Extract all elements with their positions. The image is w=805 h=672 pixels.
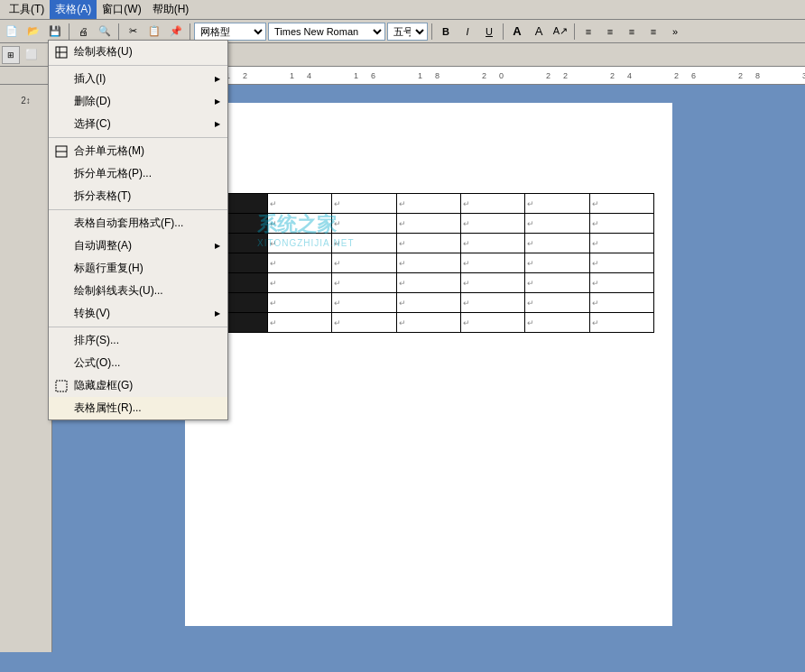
align-left-btn[interactable]: ≡ — [578, 22, 598, 41]
align-right-btn[interactable]: ≡ — [622, 22, 642, 41]
table-cell: ↵ — [525, 293, 589, 313]
formula-btn[interactable]: Σ — [115, 45, 134, 65]
ruler: 8 10 12 14 16 18 20 22 24 26 28 30 32 34… — [0, 67, 805, 85]
table-cell — [204, 214, 268, 234]
table-cell: ↵ — [589, 194, 653, 214]
table-cell: ↵ — [525, 234, 589, 253]
table-cell: ↵ — [589, 253, 653, 273]
font-color-btn[interactable]: A — [507, 22, 527, 41]
table-cell: ↵ — [267, 273, 331, 293]
table-cell — [204, 273, 268, 293]
table-cell — [204, 313, 268, 333]
table-cell: ↵ — [525, 214, 589, 234]
table-row: ↵ ↵ ↵ ↵ ↵ ↵ — [204, 253, 654, 273]
table-cell: ↵ — [460, 273, 524, 293]
table-cell: ↵ — [267, 234, 331, 253]
table-draw-btn[interactable]: ⊞ — [2, 46, 20, 64]
table-cell: ↵ — [525, 313, 589, 333]
sep6 — [574, 23, 575, 40]
table-cell: ↵ — [396, 194, 460, 214]
document-table: ↵ ↵ ↵ ↵ ↵ ↵ ↵ ↵ ↵ ↵ ↵ ↵ — [203, 193, 654, 333]
table-row: ↵ ↵ ↵ ↵ ↵ ↵ — [204, 234, 654, 253]
italic-btn[interactable]: I — [458, 22, 477, 41]
table-cell: ↵ — [396, 313, 460, 333]
table-cell: ↵ — [332, 313, 396, 333]
table-cell: ↵ — [460, 234, 524, 253]
table-cell: ↵ — [332, 253, 396, 273]
table-cell: ↵ — [396, 253, 460, 273]
table-cell: ↵ — [332, 293, 396, 313]
table-cell: ↵ — [267, 194, 331, 214]
content-area: 系统之家 XITONGZHIJIA.NET ↵ ↵ ↵ ↵ ↵ ↵ ↵ ↵ — [52, 85, 805, 652]
sep2 — [118, 23, 119, 40]
table-cell: ↵ — [267, 313, 331, 333]
main-area: 2↕ 系统之家 XITONGZHIJIA.NET ↵ ↵ ↵ ↵ ↵ ↵ — [0, 85, 805, 652]
ruler-content: 8 10 12 14 16 18 20 22 24 26 28 30 32 34… — [106, 67, 805, 84]
table-row: ↵ ↵ ↵ ↵ ↵ ↵ — [204, 273, 654, 293]
size-combo[interactable]: 五号 — [387, 23, 428, 41]
sort-asc-btn[interactable]: ↑Z — [71, 45, 91, 65]
bold-btn[interactable]: B — [436, 22, 456, 41]
table-cell: ↵ — [525, 273, 589, 293]
table-cell: ↵ — [589, 273, 653, 293]
table-cell: ↵ — [589, 214, 653, 234]
table-row: ↵ ↵ ↵ ↵ ↵ ↵ — [204, 313, 654, 333]
open-btn[interactable]: 📂 — [23, 22, 43, 41]
sep7 — [67, 47, 68, 63]
table-cell: ↵ — [332, 194, 396, 214]
new-btn[interactable]: 📄 — [2, 22, 22, 41]
table-cell: ↵ — [332, 214, 396, 234]
document-page: 系统之家 XITONGZHIJIA.NET ↵ ↵ ↵ ↵ ↵ ↵ ↵ ↵ — [185, 103, 672, 626]
table-cell: ↵ — [267, 253, 331, 273]
justify-btn[interactable]: ≡ — [643, 22, 663, 41]
table-cell: ↵ — [460, 293, 524, 313]
sep4 — [431, 23, 432, 40]
sep5 — [503, 23, 504, 40]
style-combo[interactable]: 网格型 — [194, 23, 266, 41]
eraser-btn[interactable]: ⬜ — [22, 45, 42, 65]
toolbar-1: 📄 📂 💾 🖨 🔍 ✂ 📋 📌 网格型 Times New Roman 五号 B… — [0, 20, 805, 43]
table-cell — [204, 234, 268, 253]
menu-table[interactable]: 表格(A) — [50, 0, 97, 19]
table-cell: ↵ — [396, 293, 460, 313]
table-cell: ↵ — [460, 313, 524, 333]
table-cell — [204, 194, 268, 214]
print-btn[interactable]: 🖨 — [73, 22, 93, 41]
font-combo[interactable]: Times New Roman — [268, 23, 385, 41]
more-btn[interactable]: » — [665, 22, 685, 41]
sep3 — [190, 23, 190, 40]
table-row: ↵ ↵ ↵ ↵ ↵ ↵ — [204, 214, 654, 234]
menu-window[interactable]: 窗口(W) — [97, 0, 146, 19]
table-cell: ↵ — [332, 273, 396, 293]
table-row: ↵ ↵ ↵ ↵ ↵ ↵ — [204, 194, 654, 214]
menu-help[interactable]: 帮助(H) — [147, 0, 195, 19]
copy-btn[interactable]: 📋 — [144, 22, 164, 41]
table-cell: ↵ — [396, 214, 460, 234]
menu-tools[interactable]: 工具(T) — [4, 0, 50, 19]
table-cell: ↵ — [267, 214, 331, 234]
table-cell — [204, 253, 268, 273]
table-cell: ↵ — [460, 194, 524, 214]
underline-btn[interactable]: U — [479, 22, 499, 41]
toolbar-2: ⊞ ⬜ ⊡ ↑Z ↓Z Σ — [0, 43, 805, 67]
table-cell: ↵ — [525, 253, 589, 273]
left-panel: 2↕ — [0, 85, 52, 652]
menu-bar: 工具(T) 表格(A) 窗口(W) 帮助(H) — [0, 0, 805, 20]
sep1 — [69, 23, 69, 40]
table-cell: ↵ — [589, 293, 653, 313]
border-btn[interactable]: ⊡ — [43, 45, 63, 65]
table-cell: ↵ — [589, 313, 653, 333]
font-highlight-btn[interactable]: A — [529, 22, 549, 41]
align-center-btn[interactable]: ≡ — [600, 22, 620, 41]
paste-btn[interactable]: 📌 — [166, 22, 186, 41]
table-cell: ↵ — [267, 293, 331, 313]
table-cell — [204, 293, 268, 313]
font-special-btn[interactable]: A↗ — [551, 22, 570, 41]
table-cell: ↵ — [396, 273, 460, 293]
table-cell: ↵ — [396, 234, 460, 253]
save-btn[interactable]: 💾 — [45, 22, 65, 41]
sort-desc-btn[interactable]: ↓Z — [93, 45, 113, 65]
preview-btn[interactable]: 🔍 — [95, 22, 115, 41]
cut-btn[interactable]: ✂ — [123, 22, 143, 41]
table-cell: ↵ — [525, 194, 589, 214]
